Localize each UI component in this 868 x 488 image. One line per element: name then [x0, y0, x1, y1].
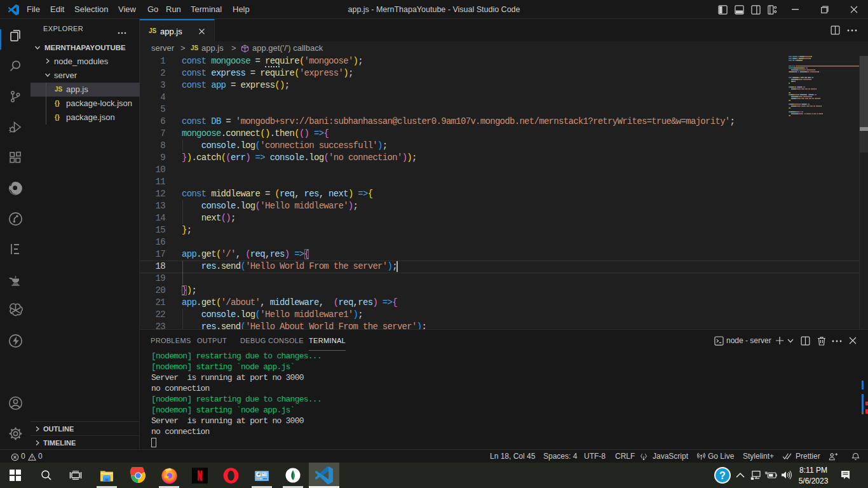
- svg-text:?: ?: [719, 470, 726, 481]
